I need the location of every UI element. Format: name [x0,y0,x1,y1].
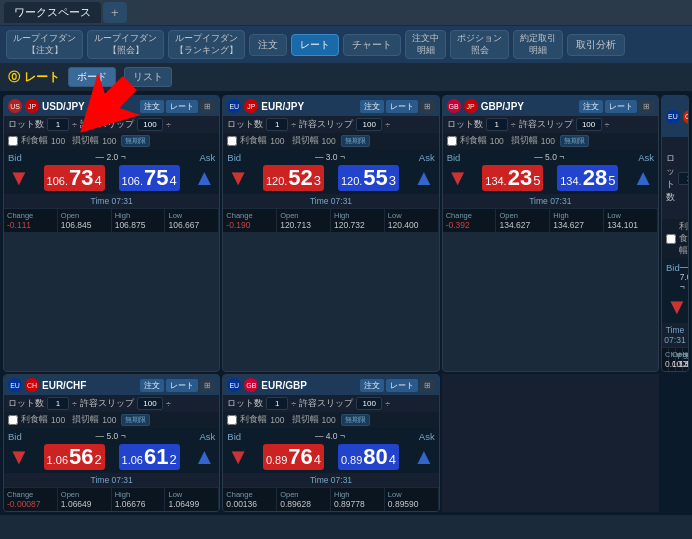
sell-arrow-0[interactable]: ▼ [8,165,30,191]
stat-val-Open: 134.627 [499,220,546,230]
stat-label-Low: Low [168,490,215,499]
lot-input-3[interactable] [678,172,689,185]
card-header-4: EUCH EUR/CHF 注文 レート ⊞ [4,375,219,395]
ba-header-3: Bid ― 7.0 ¬ Ask [666,262,684,292]
stat-label-Change: Change [226,211,273,220]
ask-button-0[interactable]: 106. 75 4 [119,165,180,191]
spread-0: ― 2.0 ¬ [96,152,126,163]
profit-check-1[interactable] [227,136,237,146]
ask-button-2[interactable]: 134. 28 5 [557,165,618,191]
profit-check-0[interactable] [8,136,18,146]
slip-input-0[interactable] [137,118,163,131]
sell-arrow-1[interactable]: ▼ [227,165,249,191]
rate-btn-5[interactable]: レート [386,379,418,392]
order-detail-button[interactable]: 注文中 明細 [405,30,446,59]
profit-check-2[interactable] [447,136,457,146]
loop-order-button[interactable]: ループイフダン 【注文】 [6,30,83,59]
profit-check-3[interactable] [666,234,676,244]
pl-row-2: 利食幅 100 損切幅 100 無期限 [443,133,658,149]
rate-button[interactable]: レート [291,34,339,56]
stat-val-Change: -0.392 [446,220,493,230]
list-view-button[interactable]: リスト [124,67,172,87]
more-btn-0[interactable]: ⊞ [200,100,215,113]
ask-button-5[interactable]: 0.89 80 4 [338,444,399,470]
lot-input-1[interactable] [266,118,288,131]
stat-label-High: High [334,490,381,499]
ask-button-1[interactable]: 120. 55 3 [338,165,399,191]
bid-button-3[interactable]: 1.54 05 2 [688,294,689,320]
more-btn-5[interactable]: ⊞ [420,379,435,392]
add-tab-button[interactable]: + [103,2,127,23]
sell-arrow-3[interactable]: ▼ [666,294,688,320]
rate-btn-0[interactable]: レート [166,100,198,113]
profit-check-4[interactable] [8,415,18,425]
buy-arrow-4[interactable]: ▲ [194,444,216,470]
bid-button-1[interactable]: 120. 52 3 [263,165,324,191]
currency-card-eurcad: EUCA EUR/CAD 注文 レート ⊞ ロット数 ÷ 許容スリップ ÷ 利食… [661,95,689,372]
ba-header-5: Bid ― 4.0 ¬ Ask [227,431,434,442]
bid-button-5[interactable]: 0.89 76 4 [263,444,324,470]
trade-detail-button[interactable]: 約定取引 明細 [513,30,563,59]
sell-arrow-2[interactable]: ▼ [447,165,469,191]
stat-val-High: 134.627 [553,220,600,230]
buy-arrow-0[interactable]: ▲ [194,165,216,191]
bid-button-2[interactable]: 134. 23 5 [482,165,543,191]
trade-analysis-button[interactable]: 取引分析 [567,34,625,56]
rate-btn-1[interactable]: レート [386,100,418,113]
slip-input-1[interactable] [356,118,382,131]
loop-view-button[interactable]: ループイフダン 【照会】 [87,30,164,59]
pl-row-1: 利食幅 100 損切幅 100 無期限 [223,133,438,149]
lot-input-2[interactable] [486,118,508,131]
lot-input-5[interactable] [266,397,288,410]
sell-arrow-5[interactable]: ▼ [227,444,249,470]
stat-val-High: 106.875 [115,220,162,230]
more-btn-4[interactable]: ⊞ [200,379,215,392]
board-view-button[interactable]: ボード [68,67,116,87]
stat-label-High: High [115,211,162,220]
bid-button-0[interactable]: 106. 73 4 [44,165,105,191]
slip-input-2[interactable] [576,118,602,131]
buy-arrow-2[interactable]: ▲ [632,165,654,191]
stat-val-Open: 1.06649 [61,499,108,509]
buy-arrow-5[interactable]: ▲ [413,444,435,470]
stat-label-High: High [115,490,162,499]
rate-btn-4[interactable]: レート [166,379,198,392]
order-btn-0[interactable]: 注文 [140,100,164,113]
order-btn-5[interactable]: 注文 [360,379,384,392]
bid-ask-area-0: Bid ― 2.0 ¬ Ask ▼ 106. 73 4 106. 75 4 ▲ [4,149,219,194]
more-btn-2[interactable]: ⊞ [639,100,654,113]
order-btn-2[interactable]: 注文 [579,100,603,113]
stat-val-Change: -0.190 [226,220,273,230]
lot-input-0[interactable] [47,118,69,131]
order-btn-1[interactable]: 注文 [360,100,384,113]
ask-button-4[interactable]: 1.06 61 2 [119,444,180,470]
position-button[interactable]: ポジション 照会 [450,30,509,59]
bid-button-4[interactable]: 1.06 56 2 [44,444,105,470]
lot-input-4[interactable] [47,397,69,410]
more-btn-1[interactable]: ⊞ [420,100,435,113]
chart-button[interactable]: チャート [343,34,401,56]
order-button[interactable]: 注文 [249,34,287,56]
slip-input-4[interactable] [137,397,163,410]
bid-label-1: Bid [227,152,241,163]
buy-arrow-1[interactable]: ▲ [413,165,435,191]
price-row-5: ▼ 0.89 76 4 0.89 80 4 ▲ [227,444,434,470]
stat-label-Open: Open [61,211,108,220]
slip-input-5[interactable] [356,397,382,410]
stats-row-2: Change -0.392 Open 134.627 High 134.627 … [443,208,658,232]
rate-btn-2[interactable]: レート [605,100,637,113]
spread-5: ― 4.0 ¬ [315,431,345,442]
bid-label-5: Bid [227,431,241,442]
side-scroll-panel [442,374,659,512]
stat-label-Change: Change [7,490,54,499]
pl-row-5: 利食幅 100 損切幅 100 無期限 [223,412,438,428]
order-btn-4[interactable]: 注文 [140,379,164,392]
sell-arrow-4[interactable]: ▼ [8,444,30,470]
bid-label-3: Bid [666,262,680,292]
price-row-2: ▼ 134. 23 5 134. 28 5 ▲ [447,165,654,191]
profit-check-5[interactable] [227,415,237,425]
stat-label-Open: Open [61,490,108,499]
loop-ranking-button[interactable]: ループイフダン 【ランキング】 [168,30,245,59]
workspace-tab[interactable]: ワークスペース [4,2,101,23]
bid-ask-area-1: Bid ― 3.0 ¬ Ask ▼ 120. 52 3 120. 55 3 ▲ [223,149,438,194]
